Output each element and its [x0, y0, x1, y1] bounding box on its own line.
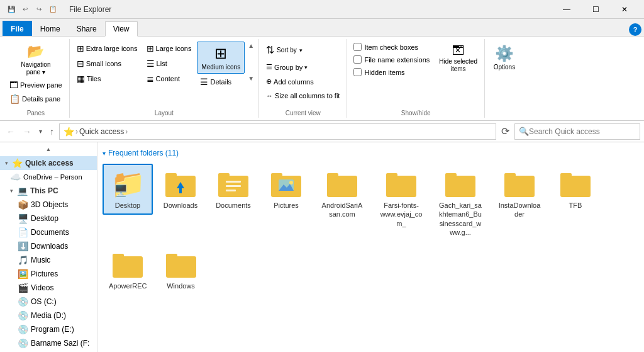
- folder-item-8[interactable]: TFB: [550, 164, 601, 215]
- size-columns-button[interactable]: ↔ Size all columns to fit: [263, 90, 343, 101]
- minimize-button[interactable]: —: [552, 0, 581, 19]
- ribbon-group-layout: ⊞ Extra large icons ⊟ Small icons ▦ Tile…: [70, 39, 259, 118]
- item-check-boxes-checkbox[interactable]: [353, 43, 362, 51]
- onedrive-icon: ☁️: [10, 172, 21, 182]
- folder-item-1[interactable]: Downloads: [155, 164, 206, 215]
- folder-item-6[interactable]: Gach_kari_sakhteman6_Businesscard_www.g.…: [432, 164, 489, 242]
- properties-button[interactable]: 📋: [47, 3, 59, 16]
- sidebar-item-os-c-label: OS (C:): [31, 297, 57, 306]
- folder-name-1: Downloads: [164, 201, 197, 210]
- up-button[interactable]: ↑: [47, 125, 57, 138]
- forward-button[interactable]: →: [20, 125, 34, 138]
- tab-file[interactable]: File: [3, 21, 32, 36]
- quick-access-star-icon: ⭐: [64, 127, 74, 137]
- save-button[interactable]: 💾: [5, 3, 18, 16]
- search-box: 🔍: [514, 123, 640, 140]
- maximize-button[interactable]: ☐: [581, 0, 610, 19]
- recent-locations-button[interactable]: ▾: [36, 127, 45, 136]
- content-button[interactable]: ≣ Content: [143, 72, 195, 86]
- folder-item-7[interactable]: InstaDownloader: [491, 164, 548, 224]
- folder-item-3[interactable]: Pictures: [261, 164, 311, 215]
- group-by-button[interactable]: ☰ Group by ▾: [263, 61, 343, 73]
- folder-icon-4: [326, 168, 358, 200]
- add-columns-button[interactable]: ⊕ Add columns: [263, 76, 343, 88]
- extra-large-icon: ⊞: [77, 43, 84, 54]
- sidebar-item-videos[interactable]: 🎬 Videos: [0, 281, 97, 295]
- folder-item-2[interactable]: Documents: [208, 164, 258, 215]
- folder-icon-3: [270, 168, 303, 200]
- list-icon: ☰: [147, 59, 155, 69]
- preview-pane-label: Preview pane: [20, 81, 62, 89]
- tab-share[interactable]: Share: [69, 21, 105, 36]
- sidebar-item-os-c[interactable]: 💿 OS (C:): [0, 295, 97, 309]
- redo-button[interactable]: ↪: [33, 3, 45, 16]
- window-controls: — ☐ ✕: [552, 0, 639, 19]
- extra-large-icons-button[interactable]: ⊞ Extra large icons: [74, 42, 141, 55]
- svg-rect-6: [226, 185, 241, 187]
- folder-item-4[interactable]: AndroidSariAsan.com: [314, 164, 370, 224]
- folder-item-5[interactable]: Farsi-fonts-www.evjaj_com_: [373, 164, 430, 233]
- folder-item-10[interactable]: Windows: [156, 244, 206, 295]
- sidebar-scroll-up[interactable]: ▲: [0, 142, 97, 156]
- sidebar-item-3d-objects[interactable]: 📦 3D Objects: [0, 198, 97, 212]
- options-button[interactable]: ⚙️ Options: [489, 42, 520, 74]
- folder-name-4: AndroidSariAsan.com: [320, 201, 364, 219]
- small-icons-button[interactable]: ⊟ Small icons: [74, 57, 141, 71]
- pictures-icon: 🖼️: [18, 269, 28, 279]
- undo-button[interactable]: ↩: [19, 3, 31, 16]
- sidebar-item-quick-access[interactable]: ▾ ⭐ Quick access: [0, 156, 97, 170]
- navigation-pane-button[interactable]: 📂 Navigationpane ▾: [18, 42, 53, 78]
- sidebar-item-media-d[interactable]: 💿 Media (D:): [0, 309, 97, 322]
- close-button[interactable]: ✕: [610, 0, 639, 19]
- list-button[interactable]: ☰ List: [143, 57, 195, 71]
- content-area: ▾ Frequent folders (11) 📁🖥️Desktop Downl…: [97, 142, 644, 352]
- hidden-items-toggle[interactable]: Hidden items: [351, 67, 432, 77]
- large-icons-button[interactable]: ⊞ Large icons: [143, 42, 195, 55]
- folder-item-9[interactable]: ApowerREC: [103, 244, 153, 295]
- refresh-button[interactable]: ⟳: [499, 124, 512, 139]
- show-hide-label: Show/hide: [401, 108, 431, 118]
- preview-pane-icon: 🗔: [9, 80, 18, 90]
- current-view-label: Current view: [286, 108, 321, 118]
- back-button[interactable]: ←: [4, 125, 18, 138]
- svg-rect-23: [113, 256, 143, 278]
- item-check-boxes-toggle[interactable]: Item check boxes: [351, 42, 432, 52]
- sidebar-item-onedrive[interactable]: ☁️ OneDrive – Person: [0, 170, 97, 184]
- folder-name-3: Pictures: [274, 201, 299, 210]
- details-pane-button[interactable]: 📋 Details pane: [6, 92, 65, 106]
- sidebar-item-music[interactable]: 🎵 Music: [0, 253, 97, 267]
- folder-item-0[interactable]: 📁🖥️Desktop: [103, 164, 153, 215]
- sidebar-item-downloads[interactable]: ⬇️ 11 items Downloads: [0, 239, 97, 253]
- sidebar-item-program-e[interactable]: 💿 Program (E:): [0, 322, 97, 336]
- tiles-button[interactable]: ▦ Tiles: [74, 72, 141, 86]
- file-name-ext-checkbox[interactable]: [353, 55, 362, 64]
- svg-rect-1: [165, 173, 177, 178]
- folder-name-8: TFB: [569, 201, 582, 210]
- sidebar-item-documents[interactable]: 📄 Documents: [0, 225, 97, 239]
- sidebar-item-barname[interactable]: 💿 Barname Sazi (F:: [0, 336, 97, 350]
- preview-pane-button[interactable]: 🗔 Preview pane: [6, 78, 65, 92]
- sidebar-item-desktop[interactable]: 🖥️ Desktop: [0, 212, 97, 225]
- sidebar-item-pictures[interactable]: 🖼️ Pictures: [0, 267, 97, 281]
- main-area: ▲ ▾ ⭐ Quick access ☁️ OneDrive – Person …: [0, 142, 644, 352]
- tab-home[interactable]: Home: [32, 21, 69, 36]
- details-button[interactable]: ☰ Details: [197, 75, 245, 89]
- hidden-items-checkbox[interactable]: [353, 68, 362, 76]
- tab-view[interactable]: View: [105, 21, 138, 37]
- hide-selected-button[interactable]: 🗔✕ Hide selecteditems: [436, 42, 480, 75]
- nav-pane-label: Navigationpane ▾: [21, 61, 50, 76]
- help-button[interactable]: ?: [629, 23, 641, 36]
- file-name-ext-toggle[interactable]: File name extensions: [351, 54, 432, 65]
- frequent-folders-header[interactable]: ▾ Frequent folders (11): [103, 147, 639, 159]
- large-icon: ⊞: [147, 43, 154, 54]
- layout-expand-down[interactable]: ▼: [247, 74, 255, 82]
- folder-icon-5: [385, 168, 418, 200]
- layout-expand-up[interactable]: ▲: [247, 42, 255, 50]
- medium-icons-button[interactable]: ⊞ Medium icons: [197, 42, 245, 74]
- search-input[interactable]: [529, 127, 636, 136]
- sidebar-item-this-pc[interactable]: ▾ 💻 This PC: [0, 184, 97, 198]
- search-icon: 🔍: [519, 127, 529, 136]
- address-path[interactable]: ⭐ › Quick access ›: [59, 123, 496, 140]
- path-part-quick-access[interactable]: Quick access: [79, 127, 124, 136]
- sort-by-button[interactable]: ⇅ Sort by ▾: [263, 42, 306, 59]
